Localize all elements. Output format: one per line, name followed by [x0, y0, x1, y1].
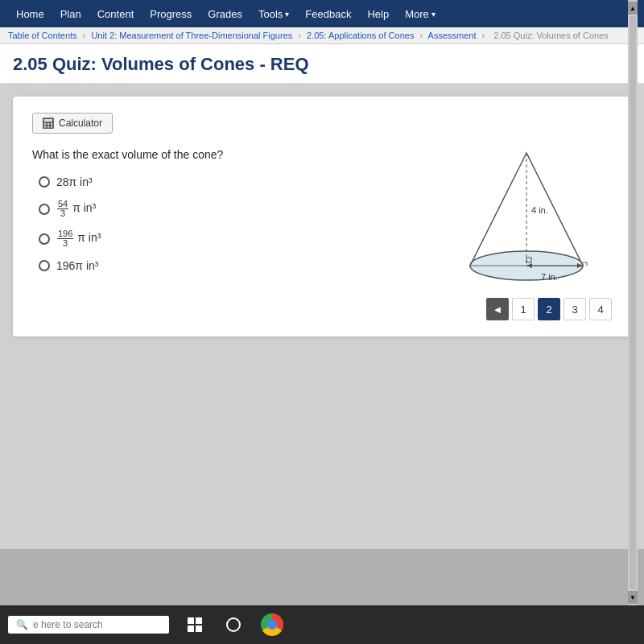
more-dropdown-arrow: ▾ — [431, 10, 436, 19]
answer-text-d: 196π in³ — [56, 259, 98, 272]
breadcrumb-current: 2.05 Quiz: Volumes of Cones — [493, 31, 608, 40]
page-1-button[interactable]: 1 — [512, 298, 535, 320]
svg-rect-4 — [51, 123, 52, 125]
svg-rect-7 — [51, 126, 52, 128]
circle-icon — [226, 617, 241, 632]
breadcrumb-sep-3: › — [419, 31, 423, 40]
svg-text:7 in.: 7 in. — [541, 272, 558, 282]
nav-feedback[interactable]: Feedback — [297, 0, 359, 27]
svg-rect-5 — [44, 126, 46, 128]
breadcrumb-link-4[interactable]: Assessment — [428, 31, 477, 40]
breadcrumb-sep-4: › — [482, 31, 485, 40]
svg-rect-20 — [196, 617, 202, 624]
search-glass-icon: 🔍 — [16, 619, 28, 630]
fraction-c: 196 3 — [57, 229, 73, 248]
breadcrumb-sep-2: › — [298, 31, 301, 40]
breadcrumb-sep-1: › — [83, 31, 86, 40]
nav-home[interactable]: Home — [8, 0, 52, 27]
nav-content[interactable]: Content — [89, 0, 142, 27]
svg-text:4 in.: 4 in. — [531, 205, 548, 215]
quiz-card: Calculator What is the exact volume of t… — [13, 97, 631, 336]
nav-more[interactable]: More ▾ — [397, 0, 444, 27]
top-navigation: Home Plan Content Progress Grades Tools … — [0, 0, 644, 27]
taskbar-windows-button[interactable] — [182, 612, 208, 638]
calculator-icon — [43, 118, 54, 129]
fraction-b: 54 3 — [57, 200, 68, 218]
answer-text-b: 54 3 π in³ — [56, 200, 96, 218]
calculator-button[interactable]: Calculator — [32, 113, 113, 134]
scroll-bar[interactable]: ▲ ▼ — [628, 0, 638, 605]
taskbar-chrome-icon[interactable] — [259, 612, 285, 638]
page-3-button[interactable]: 3 — [564, 298, 586, 320]
breadcrumb-link-3[interactable]: 2.05: Applications of Cones — [307, 31, 414, 40]
page-title-area: 2.05 Quiz: Volumes of Cones - REQ — [0, 44, 644, 84]
answer-text-c: 196 3 π in³ — [56, 229, 101, 248]
nav-progress[interactable]: Progress — [142, 0, 200, 27]
scroll-thumb[interactable] — [630, 16, 636, 589]
prev-page-button[interactable]: ◄ — [486, 298, 509, 320]
search-placeholder-text: e here to search — [33, 619, 103, 630]
page-4-button[interactable]: 4 — [589, 298, 612, 320]
radio-b[interactable] — [39, 204, 50, 215]
main-content: Calculator What is the exact volume of t… — [0, 84, 644, 549]
breadcrumb-link-1[interactable]: Table of Contents — [8, 31, 77, 40]
breadcrumb: Table of Contents › Unit 2: Measurement … — [0, 27, 644, 44]
cone-diagram: 4 in. 7 in. — [446, 145, 607, 301]
answer-text-a: 28π in³ — [56, 175, 93, 188]
svg-rect-2 — [44, 123, 46, 125]
taskbar-search-icon[interactable] — [221, 612, 246, 638]
nav-help[interactable]: Help — [359, 0, 397, 27]
svg-rect-3 — [47, 123, 49, 125]
radio-d[interactable] — [39, 260, 50, 271]
scroll-down-arrow[interactable]: ▼ — [628, 591, 638, 604]
windows-icon — [188, 617, 202, 632]
nav-tools[interactable]: Tools ▾ — [250, 0, 297, 27]
nav-plan[interactable]: Plan — [52, 0, 89, 27]
scroll-up-arrow[interactable]: ▲ — [628, 2, 638, 14]
svg-rect-22 — [196, 625, 202, 632]
taskbar-search[interactable]: 🔍 e here to search — [8, 616, 169, 634]
nav-grades[interactable]: Grades — [200, 0, 250, 27]
svg-rect-1 — [44, 119, 52, 122]
cone-svg: 4 in. 7 in. — [446, 145, 607, 298]
breadcrumb-link-2[interactable]: Unit 2: Measurement of Three-Dimensional… — [91, 31, 292, 40]
radio-a[interactable] — [39, 176, 50, 188]
svg-rect-19 — [188, 617, 194, 624]
svg-rect-6 — [47, 126, 49, 128]
calculator-label: Calculator — [59, 118, 102, 129]
page-title: 2.05 Quiz: Volumes of Cones - REQ — [13, 54, 631, 75]
chrome-browser-icon — [261, 613, 283, 636]
taskbar: 🔍 e here to search — [0, 605, 644, 644]
tools-dropdown-arrow: ▾ — [285, 10, 289, 19]
radio-c[interactable] — [39, 233, 50, 245]
svg-rect-21 — [188, 625, 194, 632]
page-2-button[interactable]: 2 — [538, 298, 560, 320]
